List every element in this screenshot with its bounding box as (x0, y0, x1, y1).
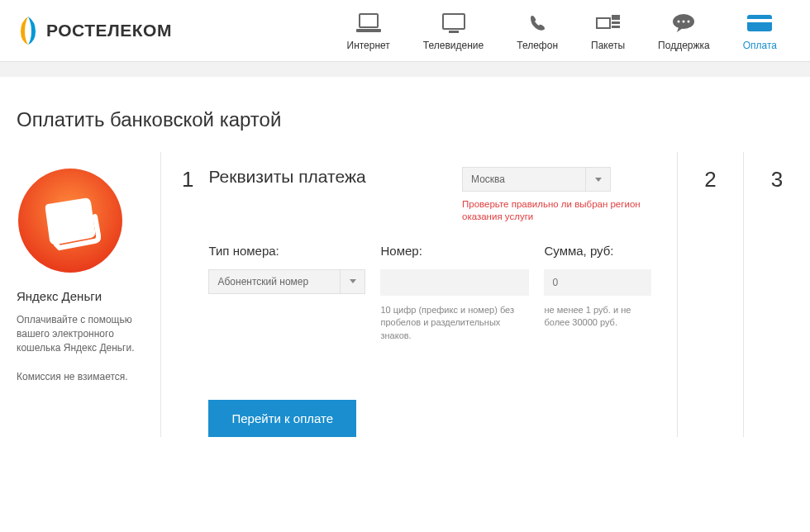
nav-label-support: Поддержка (658, 40, 710, 51)
packages-icon (593, 10, 623, 36)
nav-internet[interactable]: Интернет (331, 2, 407, 59)
svg-point-10 (683, 21, 685, 23)
method-description: Оплачивайте с помощью вашего электронног… (17, 313, 148, 354)
logo[interactable]: РОСТЕЛЕКОМ (17, 15, 172, 46)
svg-rect-5 (612, 15, 620, 20)
payment-method-sidebar: Яндекс Деньги Оплачивайте с помощью ваше… (17, 152, 161, 437)
nav-phone[interactable]: Телефон (500, 2, 574, 59)
svg-rect-0 (360, 14, 378, 27)
nav-label-internet: Интернет (347, 40, 390, 51)
step-1-number: 1 (182, 167, 193, 192)
svg-rect-12 (747, 15, 772, 31)
logo-text: РОСТЕЛЕКОМ (46, 21, 172, 40)
number-hint: 10 цифр (префикс и номер) без пробелов и… (380, 304, 529, 342)
amount-input[interactable] (544, 269, 651, 296)
header: РОСТЕЛЕКОМ Интернет Телевидение Телефон … (0, 0, 810, 62)
card-icon (745, 10, 774, 36)
main-nav: Интернет Телевидение Телефон Пакеты Подд… (331, 2, 794, 59)
yandex-money-icon (17, 167, 124, 274)
number-label: Номер: (380, 244, 529, 258)
type-selected: Абонентский номер (209, 276, 340, 287)
svg-rect-6 (612, 21, 620, 24)
proceed-payment-button[interactable]: Перейти к оплате (208, 400, 356, 437)
divider-strip (0, 62, 810, 77)
amount-label: Сумма, руб: (544, 244, 651, 258)
next-steps: 2 3 (678, 152, 810, 437)
type-label: Тип номера: (208, 244, 365, 258)
nav-support[interactable]: Поддержка (641, 2, 727, 59)
svg-rect-1 (356, 29, 381, 32)
svg-rect-3 (449, 31, 459, 33)
region-selected: Москва (463, 173, 585, 185)
nav-label-tv: Телевидение (423, 40, 484, 51)
region-dropdown[interactable]: Москва (462, 167, 611, 192)
commission-note: Комиссия не взимается. (17, 371, 148, 382)
svg-rect-2 (443, 14, 465, 29)
amount-hint: не менее 1 руб. и не более 30000 руб. (544, 304, 651, 330)
svg-rect-13 (747, 19, 772, 22)
nav-tv[interactable]: Телевидение (407, 2, 500, 59)
number-input[interactable] (380, 269, 529, 296)
step-1-title: Реквизиты платежа (208, 167, 365, 187)
nav-label-payment: Оплата (743, 40, 777, 51)
step-2-indicator[interactable]: 2 (678, 152, 744, 437)
svg-point-11 (688, 21, 690, 23)
laptop-icon (354, 10, 384, 36)
svg-rect-4 (597, 18, 610, 28)
chevron-down-icon (340, 270, 364, 293)
step-3-indicator[interactable]: 3 (744, 152, 810, 437)
nav-label-phone: Телефон (517, 40, 558, 51)
payment-form: 1 Реквизиты платежа Москва Проверьте пра… (161, 152, 678, 437)
rostelecom-logo-icon (17, 15, 40, 46)
chat-icon (669, 10, 698, 36)
svg-point-9 (678, 21, 680, 23)
tv-icon (439, 10, 469, 36)
svg-rect-7 (612, 26, 620, 28)
main-content: Яндекс Деньги Оплачивайте с помощью ваше… (0, 152, 810, 437)
nav-packages[interactable]: Пакеты (574, 2, 641, 59)
chevron-down-icon (585, 168, 610, 191)
method-title: Яндекс Деньги (17, 289, 148, 303)
nav-label-packages: Пакеты (591, 40, 625, 51)
nav-payment[interactable]: Оплата (727, 2, 793, 59)
page-title: Оплатить банковской картой (0, 77, 810, 152)
region-warning: Проверьте правильно ли выбран регион ока… (462, 198, 669, 223)
number-type-dropdown[interactable]: Абонентский номер (208, 269, 365, 294)
phone-icon (522, 10, 552, 36)
